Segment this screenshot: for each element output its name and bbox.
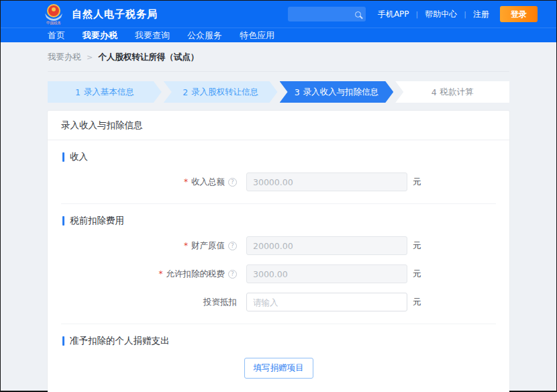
section-donation: 准予扣除的个人捐赠支出 (62, 335, 509, 347)
form-panel: 录入收入与扣除信息 收入 * 收入总额 元 税前扣除费用 * 财产原值 (48, 111, 509, 392)
nav-item-featured-apps[interactable]: 特色应用 (240, 30, 274, 42)
unit-label: 元 (413, 297, 421, 308)
section-bar-icon (62, 336, 64, 346)
panel-title: 录入收入与扣除信息 (48, 111, 509, 140)
field-row-allowed-tax: * 允许扣除的税费 元 (48, 264, 509, 283)
field-label: 投资抵扣 (48, 297, 237, 308)
step-number: 1 (75, 87, 81, 97)
step-4-tax-calculation: 4 税款计算 (395, 81, 509, 103)
step-label: 录入收入与扣除信息 (303, 87, 379, 98)
search-input[interactable] (288, 7, 366, 21)
link-register[interactable]: 注册 (473, 9, 489, 20)
step-2-equity-transfer-info: 2 录入股权转让信息 (164, 81, 278, 103)
login-button[interactable]: 登录 (500, 6, 538, 22)
main-nav: 首页 我要办税 我要查询 公众服务 特色应用 (1, 28, 556, 42)
investment-offset-input[interactable] (246, 293, 407, 311)
app-title: 自然人电子税务局 (72, 8, 158, 21)
search-icon[interactable] (355, 11, 361, 17)
unit-label: 元 (413, 268, 421, 280)
link-mobile-app[interactable]: 手机APP (378, 9, 409, 20)
section-deduction: 税前扣除费用 (62, 215, 509, 227)
required-asterisk: * (159, 270, 163, 278)
breadcrumb-separator-icon: > (87, 53, 93, 62)
field-row-investment-offset: 投资抵扣 元 (48, 293, 509, 311)
fill-donation-items-button[interactable]: 填写捐赠项目 (244, 358, 313, 379)
section-income-title: 收入 (70, 151, 88, 163)
help-icon[interactable] (228, 242, 237, 250)
step-label: 录入基本信息 (84, 87, 134, 98)
total-income-input[interactable] (246, 173, 407, 191)
link-separator: | (464, 10, 466, 19)
field-label-text: 财产原值 (191, 240, 225, 252)
step-indicator: 1 录入基本信息 2 录入股权转让信息 3 录入收入与扣除信息 4 税款计算 (48, 81, 509, 103)
breadcrumb: 我要办税 > 个人股权转让所得（试点） (1, 42, 556, 72)
field-label-text: 允许扣除的税费 (166, 268, 225, 280)
section-divider (61, 203, 496, 204)
property-value-input[interactable] (246, 236, 407, 255)
allowed-tax-input[interactable] (246, 264, 407, 283)
field-label-text: 收入总额 (191, 177, 225, 188)
link-help-center[interactable]: 帮助中心 (425, 9, 457, 20)
tax-bureau-logo-icon: 中国税务 (42, 3, 65, 26)
field-label: * 允许扣除的税费 (48, 268, 237, 280)
section-income: 收入 (62, 151, 509, 163)
section-bar-icon (62, 216, 64, 226)
step-number: 2 (183, 87, 188, 97)
field-label: * 财产原值 (48, 240, 237, 252)
unit-label: 元 (413, 240, 421, 252)
nav-item-query[interactable]: 我要查询 (135, 30, 170, 42)
field-label-text: 投资抵扣 (203, 297, 237, 308)
section-bar-icon (62, 152, 64, 162)
nav-item-taxation[interactable]: 我要办税 (83, 30, 117, 42)
help-icon[interactable] (228, 270, 237, 279)
step-3-income-deduction-info: 3 录入收入与扣除信息 (280, 81, 394, 103)
section-donation-title: 准予扣除的个人捐赠支出 (70, 335, 170, 347)
required-asterisk: * (184, 242, 188, 250)
link-separator: | (416, 10, 419, 19)
breadcrumb-parent[interactable]: 我要办税 (48, 52, 81, 63)
step-label: 录入股权转让信息 (191, 87, 258, 98)
section-divider (61, 324, 496, 324)
step-number: 3 (295, 87, 300, 97)
unit-label: 元 (413, 177, 421, 188)
step-number: 4 (432, 87, 437, 97)
page: 中国税务 自然人电子税务局 手机APP | 帮助中心 | 注册 登录 首页 我要… (0, 0, 557, 392)
section-deduction-title: 税前扣除费用 (70, 215, 124, 227)
nav-item-home[interactable]: 首页 (48, 30, 65, 42)
field-label: * 收入总额 (48, 177, 237, 188)
breadcrumb-current: 个人股权转让所得（试点） (98, 52, 199, 63)
field-row-total-income: * 收入总额 元 (48, 173, 509, 191)
step-label: 税款计算 (440, 87, 474, 98)
top-header: 中国税务 自然人电子税务局 手机APP | 帮助中心 | 注册 登录 (1, 1, 556, 28)
logo-caption: 中国税务 (46, 21, 62, 26)
nav-item-public-service[interactable]: 公众服务 (187, 30, 222, 42)
required-asterisk: * (184, 178, 188, 186)
help-icon[interactable] (228, 178, 237, 187)
field-row-property-value: * 财产原值 元 (48, 236, 509, 255)
step-1-basic-info: 1 录入基本信息 (48, 81, 162, 103)
top-links: 手机APP | 帮助中心 | 注册 (378, 9, 489, 20)
